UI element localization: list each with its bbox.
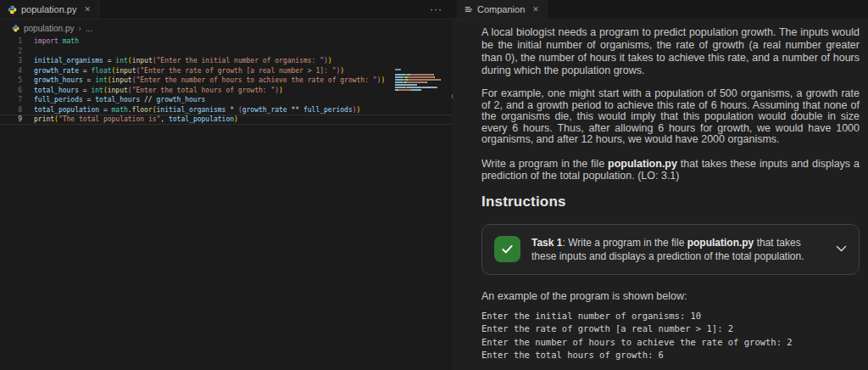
panel-content: A local biologist needs a program to pre… (453, 20, 868, 362)
python-file-icon (8, 5, 17, 14)
example-line: Enter the total hours of growth: 6 (481, 349, 860, 362)
task-card[interactable]: Task 1: Write a program in the file popu… (481, 224, 860, 275)
intro-paragraph: A local biologist needs a program to pre… (481, 26, 860, 77)
code-line: 4growth_rate = float(input("Enter the ra… (0, 66, 453, 76)
close-icon[interactable]: ✕ (84, 5, 91, 14)
python-file-icon (12, 25, 19, 32)
breadcrumb-separator: › (79, 24, 81, 33)
breadcrumb-file[interactable]: population.py (24, 24, 75, 33)
example-line: Enter the rate of growth [a real number … (481, 322, 860, 336)
task-label: Task 1 (531, 237, 562, 249)
breadcrumb-ellipsis[interactable]: ... (86, 24, 92, 33)
example-line: Enter the initial number of organisms: 1… (481, 310, 860, 323)
code-editor[interactable]: 1import math23initial_organisms = int(in… (0, 36, 453, 125)
code-line: 9print("The total population is", total_… (0, 115, 453, 125)
minimap-line (395, 69, 449, 70)
task-complete-checkbox[interactable] (494, 236, 520, 262)
line-number: 6 (0, 86, 22, 96)
chevron-down-icon[interactable] (836, 245, 847, 253)
line-number: 7 (0, 95, 22, 105)
write-program-paragraph: Write a program in the file population.p… (481, 158, 860, 182)
minimap-line (395, 84, 449, 86)
line-number: 8 (0, 105, 22, 115)
filename-emphasis: population.py (687, 237, 754, 249)
minimap-line (395, 76, 449, 78)
line-number: 3 (0, 56, 22, 66)
editor-group: population.py ✕ ··· population.py › ... … (0, 0, 453, 370)
code-lines: 1import math23initial_organisms = int(in… (0, 36, 453, 125)
minimap-line (395, 74, 449, 76)
filename-emphasis: population.py (608, 158, 677, 170)
example-paragraph: For example, one might start with a popu… (481, 88, 860, 146)
code-line: 7full_periods = total_hours // growth_ho… (0, 95, 453, 105)
minimap-line (395, 71, 449, 73)
panel-tab-bar: Companion ✕ (453, 0, 868, 20)
minimap[interactable] (395, 69, 449, 92)
minimap-line (395, 89, 449, 91)
breadcrumb[interactable]: population.py › ... (0, 22, 453, 35)
code-line: 6total_hours = int(input("Enter the tota… (0, 86, 453, 96)
editor-tab-population[interactable]: population.py ✕ (0, 0, 99, 19)
companion-icon (465, 5, 473, 14)
close-icon[interactable]: ✕ (532, 5, 539, 14)
code-line: 1import math (0, 36, 453, 47)
panel-tab-label: Companion (477, 4, 525, 14)
line-number: 9 (0, 115, 22, 125)
editor-tab-label: population.py (21, 4, 76, 14)
minimap-line (395, 81, 449, 83)
panel-tab-companion[interactable]: Companion ✕ (457, 0, 548, 19)
example-line: Enter the number of hours to achieve the… (481, 336, 860, 350)
more-actions-icon[interactable]: ··· (420, 3, 453, 15)
line-number: 4 (0, 66, 22, 76)
checkmark-icon (500, 242, 515, 256)
companion-panel: Companion ✕ A local biologist needs a pr… (453, 0, 868, 370)
editor-tab-bar: population.py ✕ ··· (0, 0, 453, 20)
code-line: 3initial_organisms = int(input("Enter th… (0, 56, 453, 66)
task-description: Task 1: Write a program in the file popu… (531, 236, 836, 263)
code-line: 2 (0, 47, 453, 57)
code-line: 8total_population = math.floor(initial_o… (0, 105, 453, 115)
line-number: 5 (0, 76, 22, 86)
line-number: 2 (0, 47, 22, 57)
code-line: 5growth_hours = int(input("Enter the num… (0, 76, 453, 86)
example-block: Enter the initial number of organisms: 1… (481, 310, 860, 362)
line-number: 1 (0, 36, 22, 47)
minimap-line (395, 79, 449, 81)
minimap-line (395, 87, 449, 88)
instructions-heading: Instructions (481, 193, 860, 210)
example-intro-text: An example of the program is shown below… (481, 290, 860, 302)
